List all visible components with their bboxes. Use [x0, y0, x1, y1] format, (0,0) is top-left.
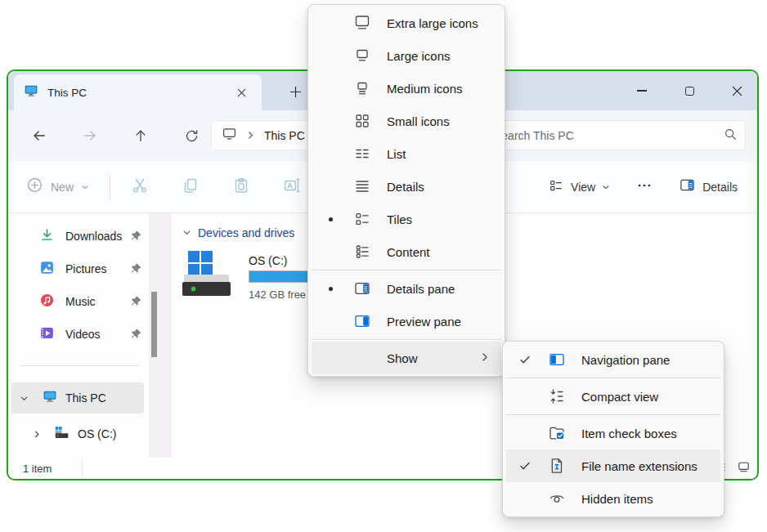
chevron-right-icon[interactable]: [246, 128, 255, 143]
menu-item-details[interactable]: Details: [312, 170, 501, 203]
tiles-icon: [548, 177, 564, 197]
sidebar-item-videos[interactable]: Videos: [8, 318, 147, 351]
preview-pane-icon: [352, 311, 372, 331]
arrow-left-icon[interactable]: [21, 119, 57, 152]
chevron-down-icon[interactable]: [182, 226, 191, 240]
sidebar-item-os-c[interactable]: OS (C:): [11, 418, 144, 449]
tab-this-pc[interactable]: This PC: [14, 74, 262, 110]
sidebar-item-pictures[interactable]: Pictures: [8, 253, 147, 285]
menu-item-tiles[interactable]: Tiles: [312, 203, 501, 235]
search-icon[interactable]: [724, 127, 737, 144]
search-input[interactable]: [494, 129, 724, 142]
view-menu: Extra large icons Large icons Medium ico…: [307, 4, 505, 377]
close-icon[interactable]: [731, 85, 742, 96]
chevron-down-icon: [81, 180, 89, 194]
menu-item-medium-icons[interactable]: Medium icons: [312, 72, 501, 105]
navigation-pane: Downloads Pictures: [8, 213, 147, 458]
close-icon[interactable]: [231, 82, 252, 103]
view-button[interactable]: View: [548, 177, 610, 197]
chevron-down-icon[interactable]: [18, 394, 29, 403]
pin-icon: [130, 295, 142, 311]
menu-item-small-icons[interactable]: Small icons: [312, 105, 501, 137]
chevron-right-icon: [480, 351, 490, 365]
menu-item-content[interactable]: Content: [312, 235, 501, 268]
refresh-icon[interactable]: [173, 119, 209, 152]
clipboard-icon[interactable]: [232, 177, 250, 198]
list-icon: [352, 144, 372, 163]
sidebar-item-music[interactable]: Music: [8, 285, 147, 318]
screenshot-root: This PC: [0, 0, 767, 532]
menu-item-details-pane[interactable]: Details pane: [312, 272, 501, 305]
view-button-label: View: [571, 181, 595, 194]
new-button[interactable]: New: [26, 177, 89, 197]
plus-circle-icon: [26, 177, 43, 197]
pin-icon: [130, 328, 142, 343]
new-button-label: New: [51, 181, 74, 194]
ellipsis-icon[interactable]: [636, 177, 653, 197]
search-box[interactable]: [487, 120, 746, 150]
menu-item-show[interactable]: Show: [312, 342, 501, 374]
nav-buttons: [8, 119, 209, 152]
submenu-item-file-name-extensions[interactable]: File name extensions: [506, 449, 720, 482]
sidebar-item-this-pc[interactable]: This PC: [11, 382, 144, 414]
compact-view-icon: [547, 387, 567, 406]
menu-item-list[interactable]: List: [312, 137, 501, 170]
submenu-item-compact-view[interactable]: Compact view: [506, 380, 720, 413]
sidebar-separator: [20, 365, 139, 366]
large-icons-icon: [352, 46, 372, 65]
menu-separator: [505, 378, 721, 378]
selected-bullet: [329, 287, 333, 291]
rename-icon[interactable]: [283, 177, 301, 198]
menu-item-large-icons[interactable]: Large icons: [312, 39, 501, 72]
details-icon: [352, 177, 372, 196]
toolbar-divider: [110, 175, 110, 199]
sidebar-item-label: Pictures: [65, 262, 107, 275]
item-count: 1 item: [23, 463, 52, 475]
details-pane-icon: [352, 279, 372, 298]
sidebar-item-label: OS (C:): [78, 427, 116, 440]
submenu-item-navigation-pane[interactable]: Navigation pane: [506, 343, 720, 376]
sidebar-item-label: This PC: [65, 391, 106, 405]
submenu-item-item-check-boxes[interactable]: Item check boxes: [506, 417, 720, 449]
minimize-icon[interactable]: [636, 85, 648, 96]
new-tab-button[interactable]: [283, 79, 307, 104]
check-icon: [514, 354, 536, 365]
videos-icon: [39, 325, 55, 344]
menu-item-extra-large-icons[interactable]: Extra large icons: [312, 7, 501, 39]
maximize-icon[interactable]: [684, 85, 695, 96]
check-icon: [514, 460, 536, 472]
medium-icons-icon: [352, 78, 372, 98]
tiles-icon: [352, 209, 372, 229]
chevron-down-icon: [602, 180, 610, 194]
scissors-icon[interactable]: [131, 177, 149, 198]
arrow-up-icon[interactable]: [123, 119, 159, 152]
windows-drive-icon: [182, 251, 233, 297]
submenu-item-hidden-items[interactable]: Hidden items: [506, 482, 720, 515]
menu-separator: [311, 339, 502, 340]
monitor-icon: [222, 126, 237, 145]
menu-item-preview-pane[interactable]: Preview pane: [312, 305, 501, 338]
icons-view-icon[interactable]: [737, 460, 751, 477]
item-check-boxes-icon: [547, 423, 567, 443]
scrollbar-thumb[interactable]: [151, 292, 157, 357]
selected-bullet: [329, 217, 333, 221]
section-label: Devices and drives: [198, 226, 294, 239]
sidebar-item-label: Music: [65, 295, 96, 308]
breadcrumb[interactable]: This PC: [264, 129, 305, 142]
file-name-extensions-icon: [547, 456, 567, 476]
content-icon: [352, 242, 372, 262]
sidebar-scrollbar[interactable]: [149, 213, 170, 458]
arrow-right-icon[interactable]: [72, 119, 108, 152]
show-submenu: Navigation pane Compact view Item check …: [502, 341, 724, 517]
details-toggle-button[interactable]: Details: [679, 177, 738, 197]
downloads-icon: [39, 227, 55, 246]
monitor-icon: [43, 389, 57, 407]
sidebar-item-downloads[interactable]: Downloads: [8, 220, 147, 253]
toolbar-right-group: View Details: [548, 177, 738, 197]
music-icon: [39, 293, 55, 311]
small-icons-icon: [352, 111, 372, 131]
copy-icon[interactable]: [182, 177, 200, 198]
chevron-right-icon[interactable]: [31, 430, 43, 439]
status-divider: [82, 461, 83, 476]
drive-icon: [54, 425, 70, 444]
